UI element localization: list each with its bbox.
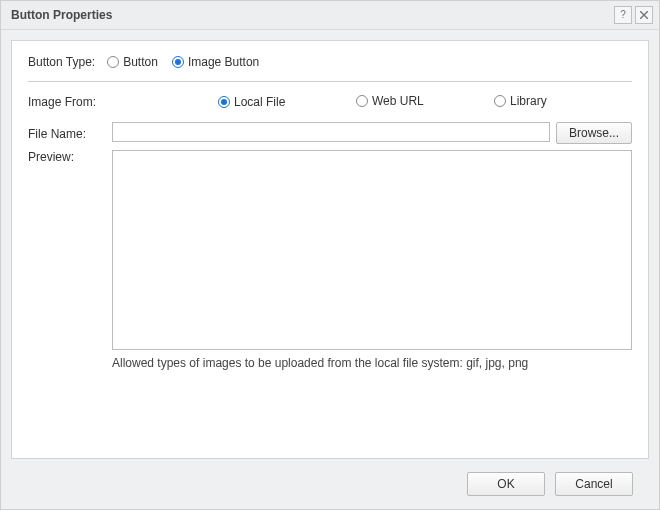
help-icon: ? xyxy=(620,1,626,29)
ok-button[interactable]: OK xyxy=(467,472,545,496)
radio-image-from-library[interactable]: Library xyxy=(494,94,547,108)
preview-box xyxy=(112,150,632,350)
file-name-label: File Name: xyxy=(28,125,112,141)
preview-row: Preview: xyxy=(28,150,632,350)
separator xyxy=(28,81,632,82)
radio-icon xyxy=(356,95,368,107)
button-type-label: Button Type: xyxy=(28,55,95,69)
content-area: Button Type: Button Image Button Image F… xyxy=(1,30,659,509)
hint-row: Allowed types of images to be uploaded f… xyxy=(28,356,632,370)
dialog-footer: OK Cancel xyxy=(11,459,649,509)
file-name-row: File Name: Browse... xyxy=(28,122,632,144)
window-controls: ? xyxy=(614,6,653,24)
radio-image-from-weburl[interactable]: Web URL xyxy=(356,94,424,108)
image-from-label: Image From: xyxy=(28,95,112,109)
radio-label: Library xyxy=(510,94,547,108)
radio-icon xyxy=(107,56,119,68)
radio-icon xyxy=(172,56,184,68)
image-from-row: Image From: Local File Web URL xyxy=(28,94,632,110)
titlebar: Button Properties ? xyxy=(1,1,659,30)
radio-label: Button xyxy=(123,55,158,69)
preview-label: Preview: xyxy=(28,150,112,350)
dialog: Button Properties ? Button Type: Button … xyxy=(0,0,660,510)
radio-label: Web URL xyxy=(372,94,424,108)
main-panel: Button Type: Button Image Button Image F… xyxy=(11,40,649,459)
radio-icon xyxy=(218,96,230,108)
radio-button-type-button[interactable]: Button xyxy=(107,55,158,69)
radio-label: Image Button xyxy=(188,55,259,69)
dialog-title: Button Properties xyxy=(11,1,112,29)
radio-icon xyxy=(494,95,506,107)
radio-image-from-local[interactable]: Local File xyxy=(218,95,285,109)
radio-label: Local File xyxy=(234,95,285,109)
allowed-types-hint: Allowed types of images to be uploaded f… xyxy=(112,356,528,370)
file-name-input[interactable] xyxy=(112,122,550,142)
radio-button-type-image[interactable]: Image Button xyxy=(172,55,259,69)
help-button[interactable]: ? xyxy=(614,6,632,24)
close-button[interactable] xyxy=(635,6,653,24)
cancel-button[interactable]: Cancel xyxy=(555,472,633,496)
button-type-row: Button Type: Button Image Button xyxy=(28,55,632,69)
close-icon xyxy=(640,11,648,19)
browse-button[interactable]: Browse... xyxy=(556,122,632,144)
